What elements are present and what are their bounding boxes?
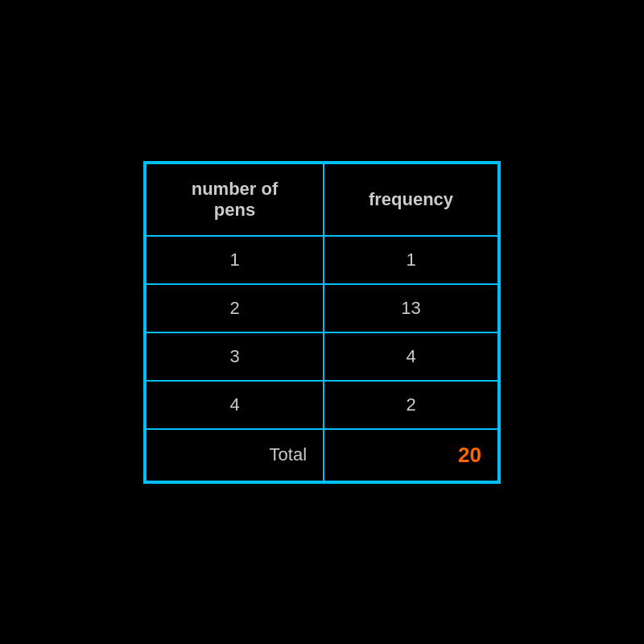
header-number-of-pens: number of pens — [146, 163, 324, 236]
frequency-value-2: 13 — [324, 284, 498, 332]
pens-value-2: 2 — [146, 284, 324, 332]
pens-value-4: 4 — [146, 381, 324, 429]
table-row: 2 13 — [146, 284, 498, 332]
table-row: 4 2 — [146, 381, 498, 429]
table-row: 1 1 — [146, 236, 498, 284]
pens-value-3: 3 — [146, 332, 324, 381]
header-frequency: frequency — [324, 163, 498, 236]
frequency-table: number of pens frequency 1 1 2 13 3 4 4 … — [143, 161, 501, 484]
pens-value-1: 1 — [146, 236, 324, 284]
frequency-value-1: 1 — [324, 236, 498, 284]
total-row: Total 20 — [146, 429, 498, 481]
table-row: 3 4 — [146, 332, 498, 381]
total-label: Total — [146, 429, 324, 481]
frequency-value-4: 2 — [324, 381, 498, 429]
total-value: 20 — [324, 429, 498, 481]
frequency-value-3: 4 — [324, 332, 498, 381]
